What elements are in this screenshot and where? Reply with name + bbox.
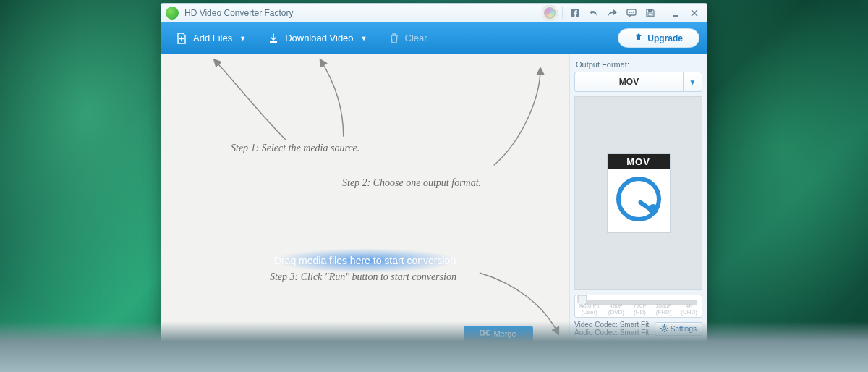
svg-point-4 xyxy=(633,12,634,13)
undo-icon[interactable] xyxy=(586,6,602,20)
svg-rect-6 xyxy=(648,13,652,16)
svg-point-3 xyxy=(631,12,632,13)
open-folder-label: Open Folder xyxy=(492,349,532,357)
step2-text: Step 2: Choose one output format. xyxy=(342,177,481,189)
svg-rect-8 xyxy=(270,41,277,43)
chevron-down-icon: ▼ xyxy=(361,35,367,42)
svg-rect-11 xyxy=(487,331,490,335)
quicktime-icon xyxy=(616,177,661,221)
merge-icon xyxy=(480,329,490,338)
titlebar: HD Video Converter Factory xyxy=(161,4,707,22)
upgrade-button[interactable]: Upgrade xyxy=(618,28,699,48)
download-video-label: Download Video xyxy=(285,33,353,43)
codec-info: Video Codec: Smart Fit Audio Codec: Smar… xyxy=(574,321,649,337)
quality-slider[interactable]: Auto Fit(User) 480P(DVD) 720P(HD) 1080P(… xyxy=(574,295,702,318)
svg-rect-5 xyxy=(648,9,652,12)
feedback-icon[interactable] xyxy=(624,6,639,20)
app-logo xyxy=(166,7,179,20)
merge-button[interactable]: Merge xyxy=(464,326,533,342)
output-format-label: Output Format: xyxy=(576,60,701,69)
app-title: HD Video Converter Factory xyxy=(184,8,294,18)
quality-tick: 480P(DVD) xyxy=(608,303,624,316)
browse-folder-button[interactable] xyxy=(465,347,480,360)
toolbar: Add Files ▼ Download Video ▼ Clear Upgra… xyxy=(161,22,707,54)
quality-block: Auto Fit(User) 480P(DVD) 720P(HD) 1080P(… xyxy=(574,295,702,337)
output-format-value: MOV xyxy=(575,77,683,87)
trash-icon xyxy=(389,33,399,44)
right-panel: Output Format: MOV ▼ MOV Auto Fi xyxy=(569,54,707,341)
upgrade-icon xyxy=(634,33,643,43)
clear-label: Clear xyxy=(405,33,427,43)
open-folder-button[interactable]: Open Folder xyxy=(484,346,540,360)
save-icon[interactable] xyxy=(642,6,658,20)
audio-codec-text: Audio Codec: Smart Fit xyxy=(574,329,649,337)
chevron-down-icon: ▼ xyxy=(239,35,246,42)
guide-arrows xyxy=(161,54,569,341)
run-label: Run xyxy=(650,347,670,359)
download-icon xyxy=(268,33,279,44)
titlebar-separator xyxy=(562,7,563,19)
quality-ticks: Auto Fit(User) 480P(DVD) 720P(HD) 1080P(… xyxy=(579,303,697,316)
main-row: Step 1: Select the media source. Step 2:… xyxy=(161,54,707,341)
format-preview[interactable]: MOV xyxy=(574,96,702,290)
format-tile: MOV xyxy=(607,153,671,233)
output-format-dropdown[interactable]: MOV ▼ xyxy=(574,72,702,92)
quality-tick: Auto Fit(User) xyxy=(579,303,600,316)
clear-button[interactable]: Clear xyxy=(382,30,435,47)
settings-button[interactable]: Settings xyxy=(655,322,702,336)
run-button[interactable]: Run xyxy=(620,344,701,362)
step1-text: Step 1: Select the media source. xyxy=(231,143,359,154)
close-button[interactable] xyxy=(686,6,702,20)
dropzone[interactable]: Step 1: Select the media source. Step 2:… xyxy=(161,54,569,341)
folder-icon xyxy=(467,347,477,360)
titlebar-actions xyxy=(542,5,702,21)
gear-icon xyxy=(660,324,668,334)
svg-point-2 xyxy=(629,12,631,13)
merge-label: Merge xyxy=(493,329,516,338)
output-folder-input[interactable] xyxy=(222,347,461,360)
titlebar-separator xyxy=(663,7,663,19)
add-files-button[interactable]: Add Files ▼ xyxy=(169,30,253,47)
format-tile-banner: MOV xyxy=(608,154,670,169)
upgrade-label: Upgrade xyxy=(647,33,683,43)
quality-tick: 1080P(FHD) xyxy=(655,303,672,316)
quality-tick: 4K(UHD) xyxy=(681,303,697,316)
add-file-icon xyxy=(176,33,187,44)
disc-icon xyxy=(542,5,558,21)
settings-label: Settings xyxy=(671,325,697,333)
svg-rect-10 xyxy=(480,331,484,335)
quality-tick: 720P(HD) xyxy=(633,303,647,316)
facebook-icon[interactable] xyxy=(567,6,583,20)
drag-hint-text: Drag media files here to start conversio… xyxy=(274,255,456,266)
download-video-button[interactable]: Download Video ▼ xyxy=(260,30,374,47)
video-codec-text: Video Codec: Smart Fit xyxy=(574,321,649,329)
output-folder-label: Output Folder: xyxy=(167,349,218,358)
drag-hint: Drag media files here to start conversio… xyxy=(235,242,495,279)
share-icon[interactable] xyxy=(605,6,621,20)
svg-rect-7 xyxy=(673,15,678,17)
svg-point-9 xyxy=(663,326,666,329)
chevron-down-icon: ▼ xyxy=(683,72,702,91)
app-window: HD Video Converter Factory Add Files ▼ D… xyxy=(161,3,707,365)
bottombar: Merge Output Folder: Open Folder Run xyxy=(161,341,707,364)
minimize-button[interactable] xyxy=(668,6,684,20)
add-files-label: Add Files xyxy=(193,33,232,43)
